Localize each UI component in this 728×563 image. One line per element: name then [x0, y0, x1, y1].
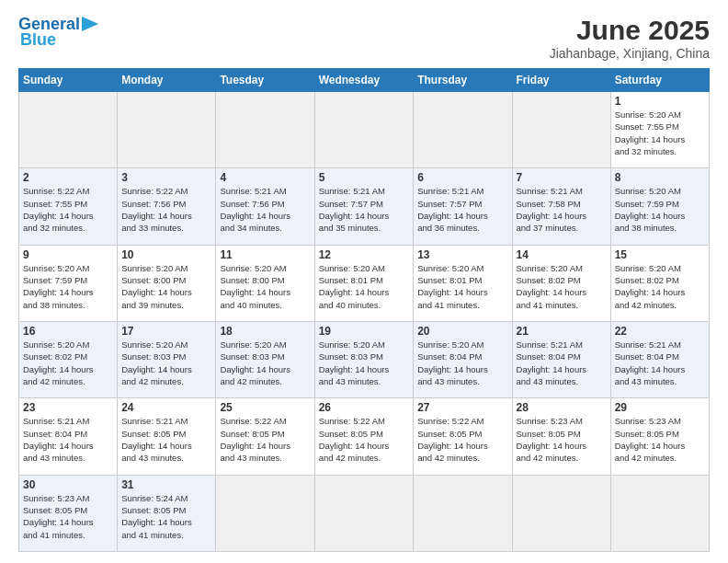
day-info: Sunrise: 5:23 AMSunset: 8:05 PMDaylight:… [517, 415, 607, 464]
logo-arrow-icon [82, 17, 102, 31]
day-info: Sunrise: 5:22 AMSunset: 7:55 PMDaylight:… [23, 185, 113, 234]
day-info: Sunrise: 5:21 AMSunset: 7:56 PMDaylight:… [220, 185, 310, 234]
calendar-cell [314, 475, 414, 551]
day-info: Sunrise: 5:20 AMSunset: 8:01 PMDaylight:… [417, 262, 507, 311]
calendar-cell: 26Sunrise: 5:22 AMSunset: 8:05 PMDayligh… [314, 398, 414, 475]
calendar-cell [512, 92, 610, 168]
calendar-row-1: 2Sunrise: 5:22 AMSunset: 7:55 PMDaylight… [19, 168, 710, 245]
calendar-cell [414, 92, 512, 168]
calendar-header-row: Sunday Monday Tuesday Wednesday Thursday… [19, 69, 710, 92]
calendar-cell: 22Sunrise: 5:21 AMSunset: 8:04 PMDayligh… [610, 321, 709, 397]
calendar-cell: 25Sunrise: 5:22 AMSunset: 8:05 PMDayligh… [216, 398, 314, 475]
day-info: Sunrise: 5:21 AMSunset: 8:04 PMDaylight:… [517, 339, 607, 387]
calendar-cell: 10Sunrise: 5:20 AMSunset: 8:00 PMDayligh… [118, 245, 216, 321]
calendar-cell: 3Sunrise: 5:22 AMSunset: 7:56 PMDaylight… [118, 168, 216, 245]
calendar-cell [610, 475, 709, 551]
header-sunday: Sunday [19, 69, 118, 92]
calendar-cell: 29Sunrise: 5:23 AMSunset: 8:05 PMDayligh… [610, 398, 709, 475]
calendar-cell: 30Sunrise: 5:23 AMSunset: 8:05 PMDayligh… [19, 475, 118, 551]
day-number: 20 [417, 325, 507, 338]
day-number: 30 [23, 478, 113, 491]
day-info: Sunrise: 5:20 AMSunset: 7:59 PMDaylight:… [23, 262, 113, 311]
calendar-cell [216, 92, 314, 168]
day-number: 28 [517, 401, 607, 414]
calendar-row-2: 9Sunrise: 5:20 AMSunset: 7:59 PMDaylight… [19, 245, 710, 321]
day-info: Sunrise: 5:21 AMSunset: 7:58 PMDaylight:… [517, 185, 607, 234]
calendar-cell: 5Sunrise: 5:21 AMSunset: 7:57 PMDaylight… [314, 168, 414, 245]
day-number: 11 [220, 248, 310, 261]
calendar-cell [414, 475, 512, 551]
day-info: Sunrise: 5:20 AMSunset: 8:02 PMDaylight:… [615, 262, 705, 311]
header-thursday: Thursday [414, 69, 512, 92]
calendar-cell: 21Sunrise: 5:21 AMSunset: 8:04 PMDayligh… [512, 321, 610, 397]
calendar-cell [216, 475, 314, 551]
day-info: Sunrise: 5:22 AMSunset: 7:56 PMDaylight:… [121, 185, 211, 234]
day-info: Sunrise: 5:22 AMSunset: 8:05 PMDaylight:… [220, 415, 310, 464]
header-wednesday: Wednesday [314, 69, 414, 92]
day-info: Sunrise: 5:24 AMSunset: 8:05 PMDaylight:… [121, 492, 211, 541]
day-info: Sunrise: 5:21 AMSunset: 7:57 PMDaylight:… [417, 185, 507, 234]
calendar-cell [118, 92, 216, 168]
calendar-table: Sunday Monday Tuesday Wednesday Thursday… [18, 68, 710, 552]
calendar-cell: 17Sunrise: 5:20 AMSunset: 8:03 PMDayligh… [118, 321, 216, 397]
header: General Blue June 2025 Jiahanbage, Xinji… [18, 15, 710, 61]
day-number: 5 [319, 171, 410, 184]
header-monday: Monday [118, 69, 216, 92]
day-number: 26 [319, 401, 410, 414]
day-info: Sunrise: 5:20 AMSunset: 7:59 PMDaylight:… [615, 185, 705, 234]
logo: General Blue [18, 15, 102, 50]
day-number: 21 [517, 325, 607, 338]
day-info: Sunrise: 5:23 AMSunset: 8:05 PMDaylight:… [23, 492, 113, 541]
calendar-cell: 15Sunrise: 5:20 AMSunset: 8:02 PMDayligh… [610, 245, 709, 321]
calendar-cell: 16Sunrise: 5:20 AMSunset: 8:02 PMDayligh… [19, 321, 118, 397]
calendar-cell: 13Sunrise: 5:20 AMSunset: 8:01 PMDayligh… [414, 245, 512, 321]
day-number: 17 [121, 325, 211, 338]
day-info: Sunrise: 5:20 AMSunset: 8:02 PMDaylight:… [517, 262, 607, 311]
day-info: Sunrise: 5:21 AMSunset: 8:05 PMDaylight:… [121, 415, 211, 464]
day-info: Sunrise: 5:20 AMSunset: 8:03 PMDaylight:… [220, 339, 310, 387]
title-block: June 2025 Jiahanbage, Xinjiang, China [550, 15, 710, 61]
calendar-cell: 2Sunrise: 5:22 AMSunset: 7:55 PMDaylight… [19, 168, 118, 245]
calendar-cell: 7Sunrise: 5:21 AMSunset: 7:58 PMDaylight… [512, 168, 610, 245]
logo-blue-text: Blue [20, 30, 56, 50]
calendar-cell: 31Sunrise: 5:24 AMSunset: 8:05 PMDayligh… [118, 475, 216, 551]
calendar-cell: 4Sunrise: 5:21 AMSunset: 7:56 PMDaylight… [216, 168, 314, 245]
calendar-cell: 28Sunrise: 5:23 AMSunset: 8:05 PMDayligh… [512, 398, 610, 475]
page: General Blue June 2025 Jiahanbage, Xinji… [0, 0, 728, 563]
day-info: Sunrise: 5:20 AMSunset: 8:00 PMDaylight:… [121, 262, 211, 311]
month-title: June 2025 [550, 15, 710, 46]
day-number: 31 [121, 478, 211, 491]
header-saturday: Saturday [610, 69, 709, 92]
day-info: Sunrise: 5:20 AMSunset: 8:04 PMDaylight:… [417, 339, 507, 387]
calendar-cell: 27Sunrise: 5:22 AMSunset: 8:05 PMDayligh… [414, 398, 512, 475]
day-info: Sunrise: 5:20 AMSunset: 8:03 PMDaylight:… [319, 339, 410, 387]
day-number: 12 [319, 248, 410, 261]
calendar-cell: 8Sunrise: 5:20 AMSunset: 7:59 PMDaylight… [610, 168, 709, 245]
calendar-cell: 12Sunrise: 5:20 AMSunset: 8:01 PMDayligh… [314, 245, 414, 321]
day-info: Sunrise: 5:21 AMSunset: 7:57 PMDaylight:… [319, 185, 410, 234]
calendar-cell: 23Sunrise: 5:21 AMSunset: 8:04 PMDayligh… [19, 398, 118, 475]
day-number: 15 [615, 248, 705, 261]
calendar-cell [19, 92, 118, 168]
calendar-cell: 24Sunrise: 5:21 AMSunset: 8:05 PMDayligh… [118, 398, 216, 475]
calendar-cell [512, 475, 610, 551]
calendar-cell: 6Sunrise: 5:21 AMSunset: 7:57 PMDaylight… [414, 168, 512, 245]
calendar-cell: 20Sunrise: 5:20 AMSunset: 8:04 PMDayligh… [414, 321, 512, 397]
calendar-cell: 14Sunrise: 5:20 AMSunset: 8:02 PMDayligh… [512, 245, 610, 321]
day-info: Sunrise: 5:20 AMSunset: 7:55 PMDaylight:… [615, 109, 705, 157]
day-number: 27 [417, 401, 507, 414]
header-friday: Friday [512, 69, 610, 92]
calendar-row-3: 16Sunrise: 5:20 AMSunset: 8:02 PMDayligh… [19, 321, 710, 397]
day-info: Sunrise: 5:23 AMSunset: 8:05 PMDaylight:… [615, 415, 705, 464]
header-tuesday: Tuesday [216, 69, 314, 92]
day-number: 19 [319, 325, 410, 338]
day-info: Sunrise: 5:20 AMSunset: 8:03 PMDaylight:… [121, 339, 211, 387]
day-info: Sunrise: 5:20 AMSunset: 8:02 PMDaylight:… [23, 339, 113, 387]
day-number: 29 [615, 401, 705, 414]
day-info: Sunrise: 5:20 AMSunset: 8:00 PMDaylight:… [220, 262, 310, 311]
location: Jiahanbage, Xinjiang, China [550, 46, 710, 61]
day-number: 22 [615, 325, 705, 338]
day-number: 2 [23, 171, 113, 184]
day-number: 1 [615, 95, 705, 108]
day-number: 10 [121, 248, 211, 261]
